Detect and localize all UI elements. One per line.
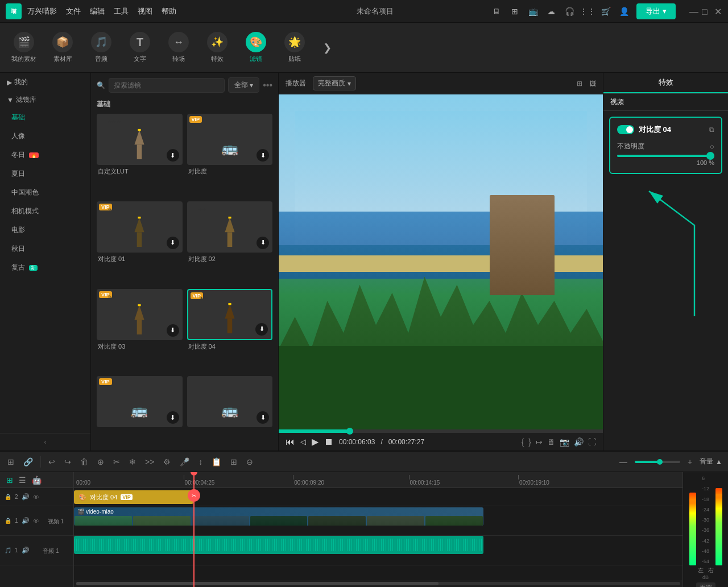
add-track-icon[interactable]: ⊞ [5, 474, 15, 486]
nav-autumn[interactable]: 秋日 [0, 239, 90, 258]
opacity-slider[interactable] [706, 152, 714, 160]
track-audio-icon[interactable]: 🔊 [22, 493, 30, 501]
stop-btn[interactable]: ⏹ [324, 437, 333, 447]
preview-icon-screen[interactable]: 🖼 [589, 80, 596, 88]
tl-zoom-in[interactable]: + [686, 456, 694, 468]
icon-layout[interactable]: ⊞ [509, 6, 520, 17]
all-filter-btn[interactable]: 全部 ▾ [228, 77, 259, 93]
tl-redo[interactable]: ↪ [63, 456, 73, 468]
download-contrast03[interactable]: ⬇ [167, 324, 179, 337]
mark-in-icon[interactable]: { [522, 437, 524, 447]
menu-file-item[interactable]: 文件 [66, 6, 81, 16]
menu-file[interactable]: 万兴喵影 [27, 6, 57, 16]
tl-icon-freeze[interactable]: ❄ [127, 456, 138, 468]
track-lock-icon[interactable]: 🔒 [5, 494, 11, 500]
nav-portrait[interactable]: 人像 [0, 127, 90, 146]
nav-basic[interactable]: 基础 [0, 108, 90, 127]
track-audio-video[interactable]: 🔊 [22, 517, 30, 524]
tl-icon-detach[interactable]: ↕ [197, 456, 204, 468]
step-back-btn[interactable]: ⏮ [286, 437, 295, 447]
minimize-button[interactable]: — [689, 7, 697, 15]
tl-icon-ai[interactable]: ⚙ [162, 456, 172, 468]
tool-effects[interactable]: ✨ 特效 [205, 32, 230, 63]
tl-icon-grid2[interactable]: ⊞ [229, 456, 239, 468]
my-section[interactable]: ▶ 我的 [0, 73, 90, 92]
keyframe-icon[interactable]: ◇ [710, 143, 714, 150]
nav-vintage[interactable]: 复古 新 [0, 258, 90, 277]
filter-item-custom-lut[interactable]: ✈✈ ✈ ⬇ 自定义LUT [97, 114, 183, 197]
tool-transition[interactable]: ↔ 转场 [166, 32, 191, 63]
preview-scrubber[interactable] [279, 429, 603, 433]
icon-cloud[interactable]: ☁ [545, 6, 557, 17]
search-input[interactable] [109, 78, 225, 93]
track-lock-video[interactable]: 🔒 [5, 518, 11, 524]
download-contrast04[interactable]: ⬇ [255, 323, 268, 336]
tab-effects[interactable]: 特效 [603, 73, 728, 93]
tl-zoom-out[interactable]: — [618, 456, 629, 468]
icon-headphone[interactable]: 🎧 [564, 6, 575, 17]
filter-item-contrast04[interactable]: VIP ✈✈ ⬇ 对比度 04 [187, 289, 273, 372]
video-clip[interactable]: 🎬 video-miao [74, 507, 483, 526]
close-button[interactable]: ✕ [714, 7, 722, 15]
more-options-icon[interactable]: ••• [263, 80, 272, 90]
monitor-icon[interactable]: 🖥 [547, 437, 555, 447]
download-custom-lut[interactable]: ⬇ [167, 149, 179, 162]
icon-cart[interactable]: 🛒 [600, 6, 611, 17]
icon-profile[interactable]: 👤 [618, 6, 630, 17]
track-eye-icon[interactable]: 👁 [33, 494, 39, 501]
icon-monitor[interactable]: 🖥 [491, 6, 502, 17]
ai-label-icon[interactable]: 🤖 [30, 474, 43, 486]
export-button[interactable]: 导出 ▾ [636, 3, 676, 19]
volume-icon[interactable]: 🔊 [574, 437, 584, 447]
tool-my-assets[interactable]: 🎬 我的素材 [11, 32, 36, 63]
reset-button[interactable]: 重置 [696, 582, 715, 587]
play-btn[interactable]: ▶ [312, 436, 318, 447]
filter-item-next2[interactable]: 🚌 ⬇ [187, 376, 273, 450]
quality-selector[interactable]: 完整画质 ▾ [313, 76, 356, 90]
tool-filter[interactable]: 🎨 滤镜 [243, 32, 268, 63]
filter-item-next1[interactable]: VIP 🚌 ⬇ [97, 376, 183, 450]
audio-clip[interactable] [74, 536, 483, 554]
panel-collapse-btn[interactable]: ‹ [0, 433, 90, 450]
tl-zoom-slider[interactable] [635, 461, 680, 463]
filter-item-contrast01[interactable]: VIP ✈✈ ⬇ 对比度 01 [97, 201, 183, 284]
tool-text[interactable]: T 文字 [127, 32, 152, 63]
track-audio-btn[interactable]: 🔊 [22, 547, 30, 554]
effect-toggle[interactable] [617, 125, 634, 134]
download-next2[interactable]: ⬇ [257, 411, 269, 424]
nav-camera[interactable]: 相机模式 [0, 202, 90, 221]
tl-icon-track[interactable]: 📋 [210, 456, 223, 468]
tl-icon-mic[interactable]: 🎤 [178, 456, 191, 468]
download-contrast[interactable]: ⬇ [257, 149, 269, 162]
filter-item-contrast02[interactable]: ✈✈ ⬇ 对比度 02 [187, 201, 273, 284]
tool-assets[interactable]: 📦 素材库 [50, 32, 75, 63]
track-eye-video[interactable]: 👁 [33, 518, 39, 524]
nav-summer[interactable]: 夏日 [0, 164, 90, 183]
tl-icon-snap[interactable]: ⊞ [6, 456, 16, 468]
playhead[interactable]: ✂ [193, 472, 195, 587]
menu-help[interactable]: 帮助 [162, 6, 176, 16]
filter-clip[interactable]: 🎨 对比度 04 VIP [74, 490, 193, 504]
icon-screen[interactable]: 📺 [527, 6, 539, 17]
icon-grid[interactable]: ⋮⋮ [582, 6, 593, 17]
library-section[interactable]: ▼ 滤镜库 [0, 92, 90, 108]
snapshot-icon[interactable]: 📷 [560, 437, 569, 447]
tl-icon-minus[interactable]: ⊖ [245, 456, 255, 468]
trim-icon[interactable]: ↦ [536, 437, 543, 447]
menu-view[interactable]: 视图 [138, 6, 152, 16]
tool-audio[interactable]: 🎵 音频 [89, 32, 114, 63]
menu-edit[interactable]: 编辑 [90, 6, 105, 16]
tl-delete[interactable]: 🗑 [78, 456, 90, 468]
tl-icon-magic[interactable]: ⊕ [96, 456, 106, 468]
layout-icon[interactable]: ☰ [17, 474, 28, 486]
download-contrast01[interactable]: ⬇ [167, 237, 179, 249]
filter-item-contrast03[interactable]: VIP ✈✈ ⬇ 对比度 03 [97, 289, 183, 372]
tab-video[interactable]: 视频 [603, 94, 728, 111]
filter-item-contrast[interactable]: VIP 🚌 ⬇ 对比度 [187, 114, 273, 197]
nav-chinese[interactable]: 中国潮色 [0, 183, 90, 202]
tl-undo[interactable]: ↩ [47, 456, 57, 468]
maximize-button[interactable]: □ [702, 7, 710, 15]
tl-speed[interactable]: >> [143, 456, 156, 468]
fullscreen-icon[interactable]: ⛶ [588, 437, 596, 447]
mark-out-icon[interactable]: } [528, 437, 531, 447]
